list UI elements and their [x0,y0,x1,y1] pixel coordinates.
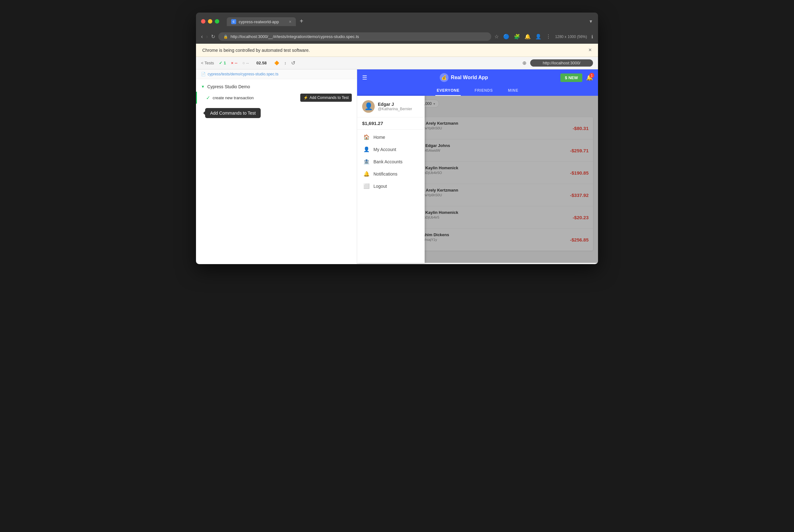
sidebar-user-info: 👤 Edgar J @Katharina_Bernier [357,96,424,117]
traffic-lights [201,19,219,23]
sidebar-avatar: 👤 [362,100,375,113]
tooltip-container: Add Commands to Test [205,108,352,118]
sidebar-item-bank-accounts[interactable]: 🏦 Bank Accounts [357,155,424,168]
suite-title: Cypress Studio Demo [207,84,250,89]
timer: 02.58 [256,61,267,65]
my-account-label: My Account [374,147,396,152]
tab-friends[interactable]: FRIENDS [473,86,494,96]
logout-icon: ⬜ [363,183,370,189]
refresh-button[interactable]: ↻ [211,34,215,40]
notification-bell-icon[interactable]: 🔔 [525,34,531,40]
spec-file-text: cypress/tests/demo/cypress-studio.spec.t… [208,72,278,76]
new-btn-label: NEW [568,75,578,80]
sidebar-nav: 🏠 Home 👤 My Account 🏦 Bank Accounts [357,130,424,193]
account-icon: 👤 [363,146,370,152]
notifications-label: Notifications [374,171,397,176]
test-pass-icon: ✓ [206,95,210,101]
hamburger-menu-icon[interactable]: ☰ [362,74,367,81]
home-label: Home [374,135,385,140]
sidebar-handle: @Katharina_Bernier [378,107,412,111]
profile-dropdown-icon[interactable]: ▼ [589,19,593,24]
pending-count: -- [246,61,249,65]
extension-icon-1[interactable]: 🔵 [503,34,509,40]
app-title: Real World App [451,75,488,80]
menu-icon[interactable]: ⋮ [546,34,551,40]
lightning-icon: ⚡ [303,95,308,100]
bank-accounts-label: Bank Accounts [374,159,403,164]
new-tab-button[interactable]: + [296,16,307,26]
test-item: ✓ create new transaction ⚡ Add Commands … [196,92,357,103]
test-name: create new transaction [213,95,300,100]
address-bar[interactable]: 🔒 http://localhost:3000/__/#/tests/integ… [218,32,491,41]
profile-icon[interactable]: 👤 [535,34,542,40]
tab-favicon: C [231,19,236,24]
sidebar-user-details: Edgar J @Katharina_Bernier [378,102,412,111]
tests-back-button[interactable]: < Tests [201,61,214,65]
notification-button[interactable]: 🔔 1 [586,74,593,81]
add-commands-button[interactable]: ⚡ Add Commands to Test [300,94,352,102]
zoom-info: 1280 x 1000 (56%) [555,35,587,39]
logout-label: Logout [374,184,387,189]
zoom-info-icon[interactable]: ℹ [591,34,593,39]
time-icon: 🔶 [274,61,279,65]
add-commands-tooltip: Add Commands to Test [205,108,261,118]
balance-amount: $1,691.27 [362,120,383,126]
sidebar-item-logout[interactable]: ⬜ Logout [357,180,424,192]
cypress-toolbar: < Tests ✓ 1 × -- ○ -- 02.58 🔶 ↕ ↺ ⊕ http… [196,57,598,70]
main-content-area: 📄 cypress/tests/demo/cypress-studio.spec… [196,70,598,264]
pass-count: 1 [224,61,226,65]
pass-badge: ✓ 1 [219,61,226,65]
tooltip-arrow [203,111,205,115]
add-commands-label: Add Commands to Test [309,95,348,100]
app-frame: ☰ 💰 Real World App $ NEW 🔔 1 [357,70,598,264]
tab-title: cypress-realworld-app [239,19,279,24]
new-transaction-button[interactable]: $ NEW [560,74,582,82]
spec-file-path: 📄 cypress/tests/demo/cypress-studio.spec… [196,70,357,79]
tab-everyone[interactable]: EVERYONE [435,86,461,96]
sidebar-drawer: 👤 Edgar J @Katharina_Bernier $1,691.27 [357,96,424,263]
pending-icon: ○ [243,61,245,65]
rwa-header: ☰ 💰 Real World App $ NEW 🔔 1 [357,70,598,86]
address-bar-row: ‹ › ↻ 🔒 http://localhost:3000/__/#/tests… [196,30,598,44]
forward-button[interactable]: › [206,33,208,40]
tab-mine[interactable]: MINE [507,86,519,96]
pass-icon: ✓ [219,61,222,65]
back-button[interactable]: ‹ [201,33,203,40]
suite-arrow: ▼ [201,84,205,89]
app-url-bar[interactable]: http://localhost:3000/ [530,59,593,66]
active-tab[interactable]: C cypress-realworld-app × [227,17,296,26]
sidebar-item-home[interactable]: 🏠 Home [357,131,424,143]
tooltip-text: Add Commands to Test [210,111,256,116]
target-icon[interactable]: ⊕ [522,60,526,66]
notification-badge: 1 [589,73,594,78]
scroll-icon: ↕ [284,61,286,65]
tab-close-icon[interactable]: × [289,19,291,24]
address-url: http://localhost:3000/__/#/tests/integra… [230,34,486,39]
automation-banner: Chrome is being controlled by automated … [196,44,598,57]
pending-badge: ○ -- [243,61,249,65]
minimize-traffic-light[interactable] [208,19,212,23]
rwa-tabs: EVERYONE FRIENDS MINE [357,86,598,96]
notifications-icon: 🔔 [363,171,370,177]
sidebar-item-my-account[interactable]: 👤 My Account [357,143,424,155]
fail-icon: × [231,61,234,65]
maximize-traffic-light[interactable] [215,19,219,23]
bookmark-icon[interactable]: ☆ [494,34,499,40]
home-icon: 🏠 [363,134,370,140]
logo-icon: 💰 [440,73,449,82]
sidebar-item-notifications[interactable]: 🔔 Notifications [357,168,424,180]
extension-icon-2[interactable]: 🧩 [514,34,520,40]
automation-banner-close[interactable]: × [588,47,592,53]
fail-badge: × -- [231,61,238,65]
fail-count: -- [234,61,238,65]
close-traffic-light[interactable] [201,19,205,23]
sidebar-username: Edgar J [378,102,412,107]
file-icon: 📄 [201,72,206,76]
cypress-refresh-button[interactable]: ↺ [291,60,295,66]
dollar-icon: $ [565,75,567,80]
sidebar-balance: $1,691.27 [357,117,424,130]
bank-icon: 🏦 [363,158,370,165]
rwa-body: 👤 Edgar J @Katharina_Bernier $1,691.27 [357,96,598,263]
title-bar: C cypress-realworld-app × + ▼ [196,13,598,30]
automation-banner-text: Chrome is being controlled by automated … [202,48,310,53]
